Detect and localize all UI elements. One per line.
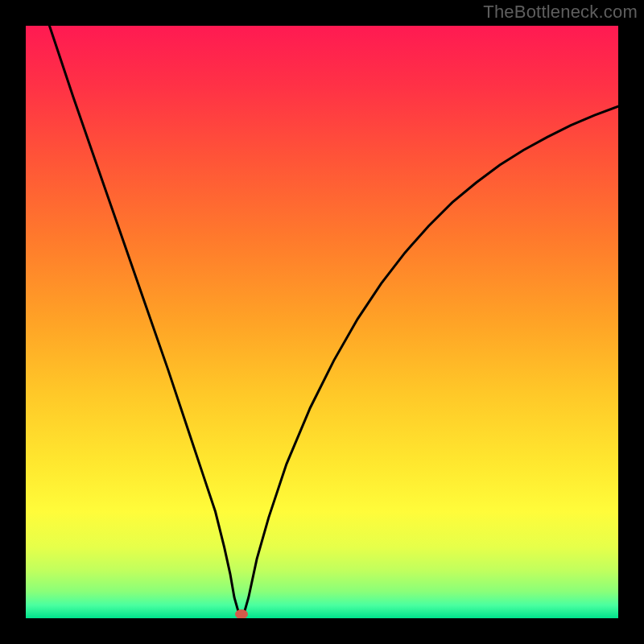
bottleneck-curve [26, 26, 618, 618]
optimal-point-marker [235, 609, 248, 618]
plot-area [26, 26, 618, 618]
watermark-text: TheBottleneck.com [483, 2, 638, 23]
chart-frame: TheBottleneck.com [0, 0, 644, 644]
